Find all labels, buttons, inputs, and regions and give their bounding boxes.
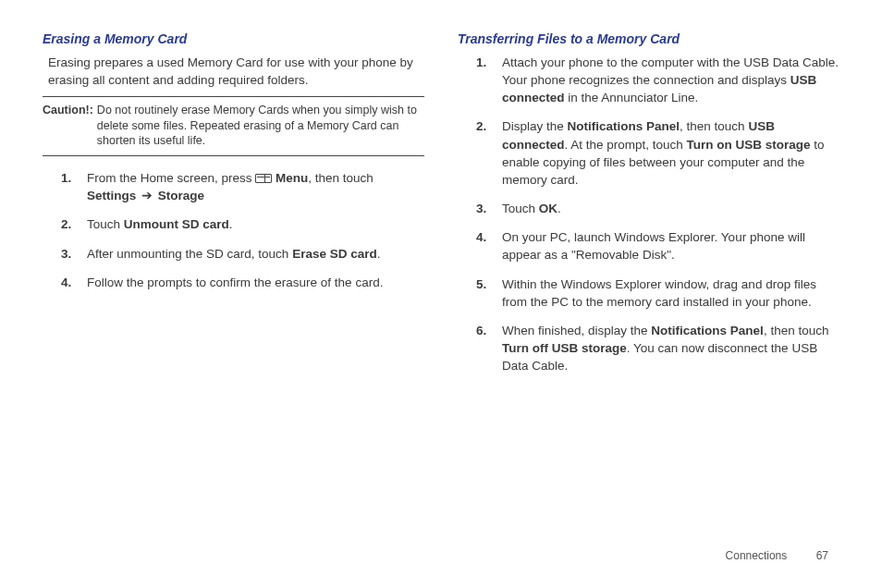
step-text: Touch [502, 202, 539, 215]
footer-page-number: 67 [816, 549, 828, 562]
heading-erasing: Erasing a Memory Card [43, 31, 424, 46]
step-3: Touch OK. [476, 200, 839, 217]
step-2: Display the Notifications Panel, then to… [476, 117, 839, 189]
step-text: On your PC, launch Windows Explorer. You… [502, 230, 805, 262]
page-footer: Connections 67 [726, 549, 828, 562]
step-4: On your PC, launch Windows Explorer. You… [476, 228, 839, 263]
step-text: Attach your phone to the computer with t… [502, 55, 839, 87]
bold-notifications-2: Notifications Panel [651, 324, 764, 337]
step-text: . [377, 247, 381, 261]
step-2: Touch Unmount SD card. [61, 215, 424, 233]
step-1: From the Home screen, press Menu, then t… [61, 169, 424, 204]
two-column-layout: Erasing a Memory Card Erasing prepares a… [43, 31, 839, 386]
step-text: From the Home screen, press [87, 171, 255, 185]
caution-block: Caution!: Do not routinely erase Memory … [43, 96, 424, 156]
step-text: . [557, 202, 561, 215]
bold-menu: Menu [272, 171, 308, 185]
caution-row: Caution!: Do not routinely erase Memory … [43, 103, 424, 148]
step-text: , then touch [308, 171, 374, 185]
step-5: Within the Windows Explorer window, drag… [476, 276, 839, 311]
step-1: Attach your phone to the computer with t… [476, 54, 839, 106]
caution-text: Do not routinely erase Memory Cards when… [97, 103, 424, 148]
step-text: After unmounting the SD card, touch [87, 247, 292, 261]
step-text: . [229, 217, 233, 231]
step-4: Follow the prompts to confirm the erasur… [61, 274, 424, 291]
left-column: Erasing a Memory Card Erasing prepares a… [43, 31, 424, 386]
step-text: When finished, display the [502, 324, 651, 337]
bold-storage: Storage [158, 189, 204, 202]
step-text: , then touch [764, 324, 829, 337]
bold-notifications: Notifications Panel [568, 119, 680, 133]
arrow-icon: ➔ [136, 189, 158, 202]
heading-transferring: Transferring Files to a Memory Card [458, 31, 839, 46]
step-text: , then touch [680, 119, 748, 133]
step-text: Display the [502, 119, 568, 133]
transfer-steps: Attach your phone to the computer with t… [476, 54, 839, 374]
erasing-steps: From the Home screen, press Menu, then t… [61, 169, 424, 291]
step-6: When finished, display the Notifications… [476, 322, 839, 374]
step-text: Touch [87, 217, 124, 231]
bold-erase: Erase SD card [292, 247, 377, 261]
step-3: After unmounting the SD card, touch Eras… [61, 245, 424, 263]
step-text: in the Annunciator Line. [565, 91, 699, 104]
bold-settings: Settings [87, 189, 136, 202]
bold-turn-on: Turn on USB storage [687, 138, 811, 152]
step-text: Follow the prompts to confirm the erasur… [87, 276, 383, 289]
bold-turn-off: Turn off USB storage [502, 341, 627, 355]
step-text: . At the prompt, touch [565, 138, 687, 152]
bold-ok: OK [539, 202, 557, 215]
step-text: Within the Windows Explorer window, drag… [502, 277, 816, 309]
footer-section: Connections [726, 549, 788, 562]
menu-icon [255, 174, 272, 183]
bold-unmount: Unmount SD card [124, 217, 229, 231]
caution-label: Caution!: [43, 103, 97, 148]
right-column: Transferring Files to a Memory Card Atta… [458, 31, 839, 386]
intro-erasing: Erasing prepares a used Memory Card for … [48, 54, 424, 89]
